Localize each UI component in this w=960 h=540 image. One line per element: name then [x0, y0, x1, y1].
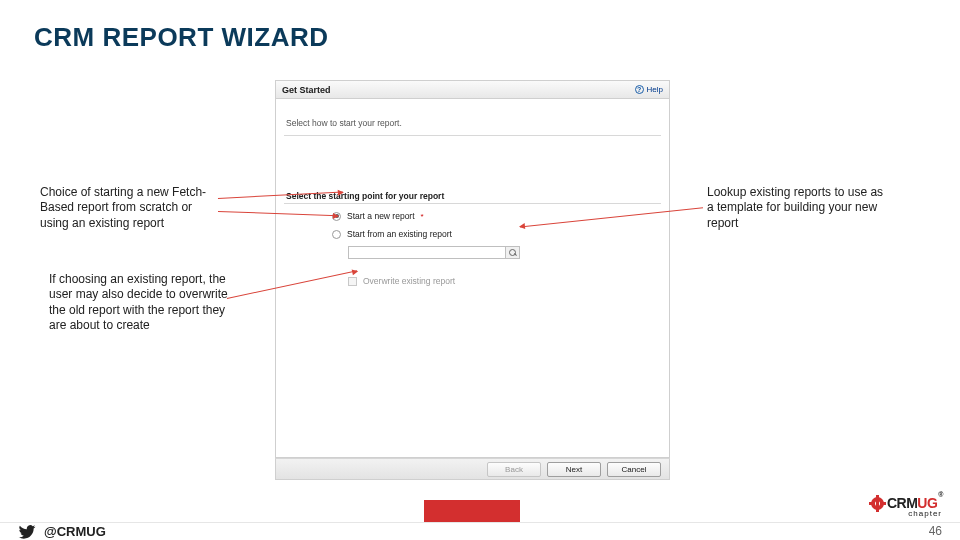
required-star-icon: *	[421, 212, 424, 221]
registered-icon: ®	[938, 491, 943, 507]
slide-footer	[0, 522, 960, 540]
slide-title: CRM REPORT WIZARD	[34, 22, 328, 53]
overwrite-row: Overwrite existing report	[348, 276, 455, 286]
crmug-logo: CRMUG® chapter	[871, 495, 942, 518]
help-label: Help	[647, 85, 663, 94]
dialog-header: Get Started ? Help	[275, 80, 670, 98]
back-button[interactable]: Back	[487, 462, 541, 477]
radio-icon	[332, 230, 341, 239]
divider	[284, 135, 661, 136]
dialog-title: Get Started	[282, 85, 331, 95]
twitter-handle: @CRMUG	[18, 524, 106, 539]
dialog-footer: Back Next Cancel	[275, 458, 670, 480]
callout-overwrite: If choosing an existing report, the user…	[49, 272, 229, 333]
gear-icon	[871, 497, 884, 510]
accent-bar	[424, 500, 520, 522]
report-wizard-dialog: Get Started ? Help Select how to start y…	[275, 80, 670, 480]
logo-chapter: chapter	[908, 509, 942, 518]
option-start-existing[interactable]: Start from an existing report	[332, 229, 452, 239]
dialog-instruction: Select how to start your report.	[286, 118, 402, 128]
radio-icon	[332, 212, 341, 221]
lookup-input[interactable]	[348, 246, 506, 259]
existing-report-lookup	[348, 246, 520, 259]
checkbox-icon[interactable]	[348, 277, 357, 286]
lookup-button[interactable]	[506, 246, 520, 259]
search-icon	[509, 249, 516, 256]
next-button[interactable]: Next	[547, 462, 601, 477]
help-link[interactable]: ? Help	[635, 85, 663, 94]
dialog-body: Select how to start your report. Select …	[275, 98, 670, 458]
overwrite-label: Overwrite existing report	[363, 276, 455, 286]
help-icon: ?	[635, 85, 644, 94]
section-label: Select the starting point for your repor…	[286, 191, 444, 201]
twitter-icon	[18, 525, 36, 539]
callout-choice: Choice of starting a new Fetch-Based rep…	[40, 185, 220, 231]
cancel-button[interactable]: Cancel	[607, 462, 661, 477]
option-label: Start a new report	[347, 211, 415, 221]
divider	[284, 203, 661, 204]
option-start-new[interactable]: Start a new report *	[332, 211, 424, 221]
callout-lookup: Lookup existing reports to use as a temp…	[707, 185, 887, 231]
handle-text: @CRMUG	[44, 524, 106, 539]
page-number: 46	[929, 524, 942, 538]
option-label: Start from an existing report	[347, 229, 452, 239]
